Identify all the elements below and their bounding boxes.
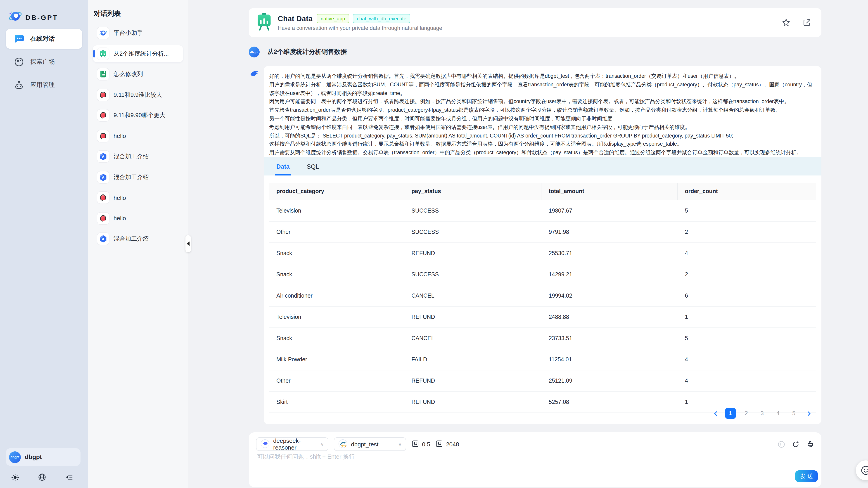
- app-logo: DB-GPT: [8, 9, 58, 25]
- page-button[interactable]: 1: [725, 408, 736, 419]
- conversation-list-item[interactable]: A hello: [93, 189, 183, 206]
- cell-order-count: 4: [678, 243, 816, 264]
- table-header-row: product_categorypay_statustotal_amountor…: [269, 183, 816, 200]
- conversation-item-label: 9.11和9.90哪个更大: [114, 111, 165, 119]
- send-button[interactable]: 发 送: [795, 470, 818, 482]
- conversation-list-item[interactable]: A 9.11和9.90哪个更大: [93, 107, 183, 124]
- conversation-list-item[interactable]: A 平台小助手: [93, 24, 183, 41]
- pause-circle-icon[interactable]: [778, 440, 785, 448]
- app-title: Chat Data: [278, 14, 313, 23]
- result-tab[interactable]: Data: [276, 157, 290, 176]
- sidebar-nav-icon: [13, 33, 24, 44]
- conversation-list-item[interactable]: A 混合加工介绍: [93, 169, 183, 186]
- cell-product-category: Television: [269, 306, 404, 328]
- app-tags: native_app chat_with_db_execute: [317, 14, 410, 23]
- cell-total-amount: 19807.67: [541, 200, 678, 221]
- svg-text:A: A: [102, 155, 104, 159]
- db-gpt-app: DB-GPT: [0, 0, 868, 488]
- conversation-list-item[interactable]: A 从2个维度统计分析...: [93, 45, 183, 62]
- app-tag: native_app: [317, 14, 349, 23]
- collapse-arrow-icon: [187, 242, 189, 246]
- page-button[interactable]: 3: [757, 408, 768, 419]
- page-button[interactable]: 2: [741, 408, 752, 419]
- result-tabs: Data SQL: [264, 157, 822, 176]
- sidebar-nav-icon: [13, 80, 24, 90]
- result-tab[interactable]: SQL: [307, 157, 319, 176]
- theme-sun-icon[interactable]: [11, 473, 19, 481]
- response-paragraph: 因为用户可能需要同一表中的两个字段进行分组，或者跨表连接。例如，按产品分类和国家…: [269, 97, 815, 106]
- conversation-item-icon: A: [97, 110, 109, 121]
- conversation-item-icon: A: [97, 89, 109, 101]
- cell-product-category: Air conditioner: [269, 285, 404, 306]
- conversation-item-label: 混合加工介绍: [114, 235, 149, 243]
- sidebar-footer-icons: [11, 473, 73, 481]
- page-button[interactable]: 5: [788, 408, 799, 419]
- next-page-icon[interactable]: [804, 408, 813, 419]
- favorite-star-icon[interactable]: [782, 18, 790, 29]
- model-select[interactable]: deepseek-reasoner ∨: [256, 437, 329, 451]
- conversation-item-icon: A: [97, 171, 109, 183]
- chat-data-app-icon: [256, 13, 272, 33]
- panel-collapse-handle[interactable]: [185, 235, 191, 252]
- result-table-wrap: product_categorypay_statustotal_amountor…: [269, 183, 816, 413]
- share-export-icon[interactable]: [802, 18, 811, 29]
- conversation-item-label: hello: [114, 194, 126, 201]
- cell-total-amount: 11254.01: [541, 349, 678, 370]
- cell-pay-status: REFUND: [404, 370, 541, 391]
- conversation-list-title: 对话列表: [94, 9, 188, 18]
- left-sidebar: DB-GPT: [0, 0, 88, 488]
- prev-page-icon[interactable]: [711, 408, 720, 419]
- database-select-value: dbgpt_test: [351, 441, 378, 448]
- user-avatar: dbgpt: [9, 451, 21, 463]
- language-globe-icon[interactable]: [38, 473, 46, 481]
- sidebar-nav-item[interactable]: 在线对话: [6, 29, 82, 49]
- sidebar-nav: 在线对话: [6, 29, 82, 98]
- table-header-cell: order_count: [678, 183, 816, 200]
- regenerate-refresh-icon[interactable]: [792, 440, 800, 448]
- max-tokens-sliders-icon: [436, 440, 443, 449]
- conversation-list-item[interactable]: A 混合加工介绍: [93, 230, 183, 247]
- table-row: Snack CANCEL 23733.51 5: [269, 328, 816, 349]
- cell-product-category: Other: [269, 370, 404, 391]
- conversation-list-item[interactable]: A 怎么修改列: [93, 66, 183, 83]
- response-paragraph: 这样按产品分类和付款状态两个维度进行统计，显示总金额和订单数量。数据展示方式适合…: [269, 140, 815, 149]
- table-header-cell: product_category: [269, 183, 404, 200]
- temperature-param[interactable]: 0.5: [412, 440, 430, 449]
- user-name: dbgpt: [25, 454, 42, 460]
- page-button[interactable]: 4: [773, 408, 783, 419]
- conversation-list-item[interactable]: A 9.11和9.9谁比较大: [93, 86, 183, 103]
- cell-product-category: Milk Powder: [269, 349, 404, 370]
- composer-card: deepseek-reasoner ∨ MySQL dbgpt_test ∨: [249, 432, 822, 487]
- table-row: Other SUCCESS 9791.98 2: [269, 221, 816, 243]
- conversation-item-label: 从2个维度统计分析...: [114, 50, 169, 58]
- sidebar-nav-item[interactable]: 探索广场: [6, 52, 82, 72]
- table-row: Television REFUND 2488.88 1: [269, 306, 816, 328]
- cell-order-count: 5: [678, 328, 816, 349]
- db-gpt-planet-logo-icon: [8, 9, 23, 25]
- chat-input[interactable]: 可以问我任何问题，shift + Enter 换行: [257, 453, 355, 461]
- collapse-sidebar-icon[interactable]: [65, 473, 73, 481]
- cell-pay-status: SUCCESS: [404, 264, 541, 285]
- conversation-list-item[interactable]: A hello: [93, 210, 183, 227]
- user-chip[interactable]: dbgpt dbgpt: [6, 448, 81, 466]
- conversation-item-icon: A: [97, 68, 109, 80]
- cell-pay-status: SUCCESS: [404, 221, 541, 243]
- conversation-list-item[interactable]: A 混合加工介绍: [93, 148, 183, 165]
- database-select[interactable]: MySQL dbgpt_test ∨: [334, 437, 406, 451]
- response-paragraph: 用户需要从两个维度统计分析销售数据。交易订单表（transaction_orde…: [269, 148, 815, 157]
- sidebar-nav-label: 应用管理: [30, 81, 55, 89]
- cell-product-category: Skirt: [269, 391, 404, 413]
- svg-text:MySQL: MySQL: [341, 444, 347, 447]
- max-tokens-param[interactable]: 2048: [436, 440, 459, 449]
- sidebar-nav-item[interactable]: 应用管理: [6, 75, 82, 95]
- chevron-down-icon: ∨: [320, 441, 324, 447]
- clear-brush-icon[interactable]: [806, 440, 814, 448]
- assistant-bird-avatar-icon: [250, 68, 260, 78]
- pagination: 1 2 3 4 5: [711, 408, 813, 419]
- response-paragraph: 所以，可能的SQL是： SELECT product_category, pay…: [269, 131, 815, 140]
- table-row: Air conditioner CANCEL 19994.02 6: [269, 285, 816, 306]
- chevron-down-icon: ∨: [398, 441, 402, 447]
- temperature-sliders-icon: [412, 440, 419, 449]
- conversation-list-item[interactable]: A hello: [93, 127, 183, 145]
- cell-product-category: Snack: [269, 243, 404, 264]
